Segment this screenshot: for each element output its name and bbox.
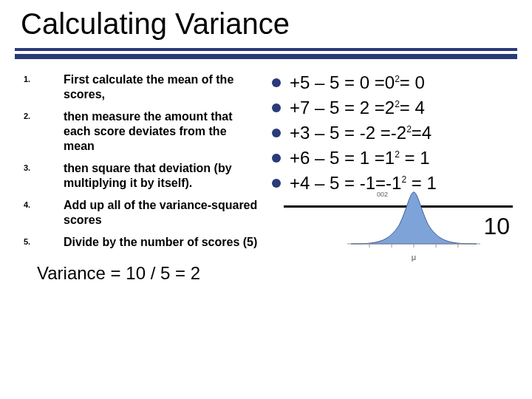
step-number: 1. <box>15 72 64 102</box>
equation-row: +5 – 5 = 0 =02= 0 <box>272 72 517 93</box>
equation-row: +6 – 5 = 1 =12 = 1 <box>272 148 517 168</box>
step-text: then square that deviation (by multiplyi… <box>64 161 259 191</box>
step-text: then measure the amount that each score … <box>64 109 259 154</box>
eq-part-a: +5 – 5 = 0 <box>290 72 375 92</box>
bullet-icon <box>272 129 281 137</box>
bullet-icon <box>272 154 281 163</box>
equation-text: +3 – 5 = -2 =-22=4 <box>290 123 432 143</box>
bullet-icon <box>272 103 281 112</box>
step-number: 4. <box>15 198 64 228</box>
eq-part-c: = 0 <box>400 72 425 92</box>
step-text: Add up all of the variance-squared score… <box>64 198 259 228</box>
equation-row: +3 – 5 = -2 =-22=4 <box>272 123 517 143</box>
list-item: 3. then square that deviation (by multip… <box>15 161 259 191</box>
columns: 1. First calculate the mean of the score… <box>15 72 517 284</box>
superscript: 2 <box>395 149 400 160</box>
divider-thin <box>15 48 517 51</box>
steps-list: 1. First calculate the mean of the score… <box>15 72 259 250</box>
normal-curve: 002 μ <box>332 185 495 262</box>
list-item: 5. Divide by the number of scores (5) <box>15 235 259 250</box>
step-text: First calculate the mean of the scores, <box>64 72 259 102</box>
step-text: Divide by the number of scores (5) <box>64 235 257 250</box>
slide: Calculating Variance 1. First calculate … <box>0 0 532 399</box>
equations-list: +5 – 5 = 0 =02= 0 +7 – 5 = 2 =22= 4 +3 –… <box>272 72 517 194</box>
curve-mu-label: μ <box>332 253 495 262</box>
eq-part-a: +7 – 5 = 2 <box>290 98 375 117</box>
equation-text: +6 – 5 = 1 =12 = 1 <box>290 148 430 168</box>
list-item: 2. then measure the amount that each sco… <box>15 109 259 154</box>
step-number: 2. <box>15 109 64 154</box>
equation-row: +7 – 5 = 2 =22= 4 <box>272 98 517 118</box>
eq-part-a: +3 – 5 = -2 <box>290 123 381 143</box>
step-number: 3. <box>15 161 64 191</box>
equations-column: +5 – 5 = 0 =02= 0 +7 – 5 = 2 =22= 4 +3 –… <box>272 72 517 284</box>
superscript: 2 <box>406 124 412 134</box>
curve-y-label: 002 <box>377 191 388 198</box>
eq-part-b: =0 <box>375 72 395 92</box>
list-item: 1. First calculate the mean of the score… <box>15 72 259 102</box>
step-number: 5. <box>15 235 64 250</box>
eq-part-c: =4 <box>412 123 432 143</box>
eq-part-c: = 4 <box>400 98 425 117</box>
divider-thick <box>15 54 517 59</box>
eq-part-c: = 1 <box>400 148 430 168</box>
eq-part-b: =-2 <box>381 123 406 143</box>
eq-part-b: =1 <box>375 148 395 168</box>
bullet-icon <box>272 78 281 87</box>
steps-column: 1. First calculate the mean of the score… <box>15 72 259 284</box>
list-item: 4. Add up all of the variance-squared sc… <box>15 198 259 228</box>
superscript: 2 <box>395 74 400 84</box>
bell-curve-icon <box>347 185 480 251</box>
bullet-icon <box>272 179 281 188</box>
superscript: 2 <box>395 99 400 109</box>
variance-result: Variance = 10 / 5 = 2 <box>37 263 259 284</box>
eq-part-b: =2 <box>375 98 395 117</box>
equation-text: +7 – 5 = 2 =22= 4 <box>290 98 425 118</box>
eq-part-a: +6 – 5 = 1 <box>290 148 375 168</box>
page-title: Calculating Variance <box>15 7 517 48</box>
equation-text: +5 – 5 = 0 =02= 0 <box>290 72 425 93</box>
